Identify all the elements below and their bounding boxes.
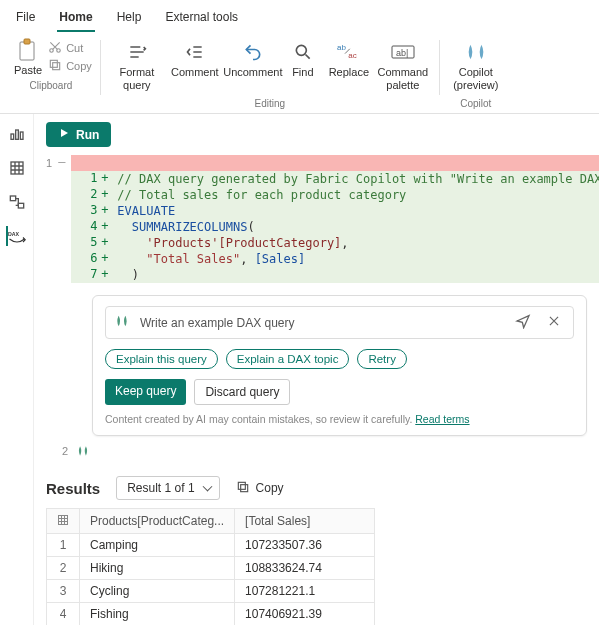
menu-home[interactable]: Home [57,6,94,32]
close-icon[interactable] [543,314,565,331]
ribbon-group-copilot: Copilot (preview) Copilot [444,36,508,113]
result-selector-dropdown[interactable]: Result 1 of 1 [116,476,219,500]
code-line[interactable]: 2+// Total sales for each product catego… [71,187,599,203]
table-row[interactable]: 3Cycling107281221.1 [47,579,375,602]
format-query-button[interactable]: Format query [109,36,165,96]
ribbon-group-editing: Format query Comment Uncomment Find abac… [105,36,435,113]
run-label: Run [76,128,99,142]
cell-total-sales: 108833624.74 [235,556,375,579]
column-header-category[interactable]: Products[ProductCateg... [80,509,235,533]
rail-report-view[interactable] [7,124,27,144]
chip-explain-topic[interactable]: Explain a DAX topic [226,349,350,369]
cell-total-sales: 107281221.1 [235,579,375,602]
comment-label: Comment [171,66,219,79]
copy-icon [236,480,250,497]
svg-rect-1 [24,39,30,44]
replace-label: Replace [329,66,369,79]
line-number: 4 [71,219,101,233]
ribbon-separator [100,40,101,95]
line-number: 5 [71,235,101,249]
replace-button[interactable]: abac Replace [325,36,373,83]
indent-left-icon [183,40,207,64]
line-number: 3 [71,203,101,217]
copilot-icon [464,40,488,64]
collapse-indicator[interactable]: — [52,155,71,283]
find-button[interactable]: Find [283,36,323,83]
run-button[interactable]: Run [46,122,111,147]
copy-button[interactable]: Copy [48,58,92,74]
rail-dax-query-view[interactable]: DAX [6,226,26,246]
ribbon: Paste Cut Copy Clipboard Format query [0,32,599,114]
replace-icon: abac [337,40,361,64]
column-header-total-sales[interactable]: [Total Sales] [235,509,375,533]
svg-rect-20 [59,515,68,524]
code-content: ) [111,267,599,283]
svg-rect-5 [50,60,57,67]
left-rail: DAX [0,114,34,625]
comment-button[interactable]: Comment [167,36,223,83]
rail-data-view[interactable] [7,158,27,178]
line-number: 2 [71,187,101,201]
code-line[interactable]: 6+ "Total Sales", [Sales] [71,251,599,267]
find-label: Find [292,66,313,79]
group-label-editing: Editing [255,96,286,113]
uncomment-button[interactable]: Uncomment [225,36,281,83]
diff-added-marker: + [101,203,111,217]
code-line[interactable]: 5+ 'Products'[ProductCategory], [71,235,599,251]
table-row[interactable]: 1Camping107233507.36 [47,533,375,556]
svg-rect-12 [15,130,18,139]
diff-added-marker: + [101,251,111,265]
cell-category: Cycling [80,579,235,602]
code-line[interactable]: 7+ ) [71,267,599,283]
discard-query-button[interactable]: Discard query [194,379,290,405]
svg-text:ab: ab [337,43,346,52]
copilot-prompt-input[interactable] [138,315,503,331]
clipboard-icon [17,38,39,64]
line-number: 1 [71,171,101,185]
diff-added-marker: + [101,235,111,249]
copy-results-label: Copy [256,481,284,495]
uncomment-label: Uncomment [223,66,282,79]
svg-rect-19 [238,482,245,489]
svg-rect-18 [240,485,247,492]
menu-help[interactable]: Help [115,6,144,32]
send-icon[interactable] [511,313,535,332]
svg-rect-0 [20,42,34,60]
copilot-ribbon-button[interactable]: Copilot (preview) [448,36,504,96]
copilot-panel: Explain this query Explain a DAX topic R… [92,295,587,436]
svg-rect-13 [20,132,23,139]
code-line[interactable]: 3+EVALUATE [71,203,599,219]
diff-added-marker: + [101,219,111,233]
copilot-small-icon [114,313,130,332]
inline-copilot-marker: 2 [62,444,587,458]
suggestion-chips: Explain this query Explain a DAX topic R… [105,349,574,369]
chip-retry[interactable]: Retry [357,349,406,369]
cell-category: Camping [80,533,235,556]
results-table: Products[ProductCateg... [Total Sales] 1… [46,508,375,625]
menu-file[interactable]: File [14,6,37,32]
copy-icon [48,58,62,74]
menu-external-tools[interactable]: External tools [163,6,240,32]
chip-explain-query[interactable]: Explain this query [105,349,218,369]
rail-model-view[interactable] [7,192,27,212]
code-content: // Total sales for each product category [111,187,599,203]
table-corner-cell [47,509,80,533]
copilot-inline-icon[interactable] [76,444,90,458]
diff-removed-strip [71,155,599,171]
command-palette-button[interactable]: ab| Command palette [375,36,431,96]
copilot-action-row: Keep query Discard query [105,379,574,405]
cut-button[interactable]: Cut [48,40,92,56]
code-line[interactable]: 1+// DAX query generated by Fabric Copil… [71,171,599,187]
copy-results-button[interactable]: Copy [236,480,284,497]
table-row[interactable]: 4Fishing107406921.39 [47,602,375,625]
editor-line-marker: 2 [62,445,68,457]
code-line[interactable]: 4+ SUMMARIZECOLUMNS( [71,219,599,235]
paste-button[interactable]: Paste [10,36,46,78]
group-label-clipboard: Clipboard [30,78,73,95]
table-row[interactable]: 2Hiking108833624.74 [47,556,375,579]
dax-editor[interactable]: 1 — 1+// DAX query generated by Fabric C… [46,155,587,283]
read-terms-link[interactable]: Read terms [415,413,469,425]
disclaimer-text: Content created by AI may contain mistak… [105,413,415,425]
code-content: "Total Sales", [Sales] [111,251,599,267]
keep-query-button[interactable]: Keep query [105,379,186,405]
